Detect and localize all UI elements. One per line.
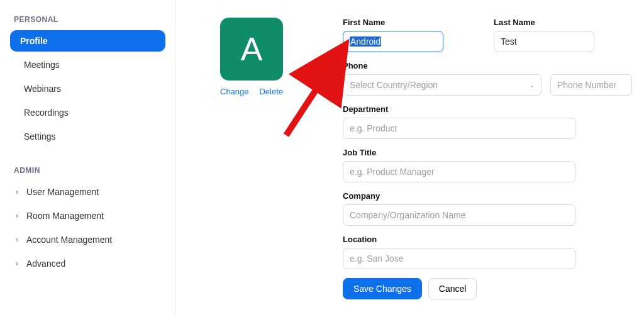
sidebar-item-user-management[interactable]: › User Management <box>10 181 165 203</box>
sidebar-item-meetings[interactable]: Meetings <box>10 54 165 75</box>
sidebar-item-label: Recordings <box>24 108 69 118</box>
company-input[interactable] <box>343 204 575 226</box>
chevron-down-icon: ⌄ <box>530 82 535 89</box>
sidebar-item-profile[interactable]: Profile <box>10 30 165 52</box>
avatar-section: A Change Delete <box>220 18 289 96</box>
phone-label: Phone <box>343 61 632 70</box>
phone-country-select[interactable]: Select Country/Region ⌄ <box>343 74 541 96</box>
last-name-input[interactable] <box>494 31 594 52</box>
chevron-right-icon: › <box>13 187 21 196</box>
avatar-delete-link[interactable]: Delete <box>259 87 283 96</box>
location-input[interactable] <box>343 248 575 269</box>
first-name-label: First Name <box>343 18 481 27</box>
last-name-field-wrap: Last Name <box>494 18 632 52</box>
department-input[interactable] <box>343 118 575 139</box>
sidebar-item-label: Profile <box>20 36 48 46</box>
sidebar-item-label: Advanced <box>26 259 65 269</box>
sidebar: PERSONAL Profile Meetings Webinars Recor… <box>0 0 176 317</box>
job-title-input[interactable] <box>343 161 575 182</box>
avatar-change-link[interactable]: Change <box>220 87 249 96</box>
first-name-value: Android <box>350 36 381 47</box>
sidebar-item-label: User Management <box>26 187 99 197</box>
sidebar-item-advanced[interactable]: › Advanced <box>10 253 165 274</box>
chevron-right-icon: › <box>13 211 21 220</box>
profile-form: First Name Android Last Name Phone Selec… <box>343 18 632 299</box>
last-name-label: Last Name <box>494 18 632 27</box>
job-title-label: Job Title <box>343 148 632 157</box>
first-name-input[interactable]: Android <box>343 31 443 52</box>
sidebar-item-account-management[interactable]: › Account Management <box>10 229 165 250</box>
sidebar-item-webinars[interactable]: Webinars <box>10 78 165 99</box>
location-label: Location <box>343 235 632 244</box>
company-label: Company <box>343 191 632 201</box>
sidebar-item-label: Settings <box>24 131 56 142</box>
first-name-field-wrap: First Name Android <box>343 18 481 52</box>
sidebar-item-room-management[interactable]: › Room Management <box>10 205 165 226</box>
cancel-button[interactable]: Cancel <box>428 278 477 299</box>
sidebar-item-recordings[interactable]: Recordings <box>10 102 165 123</box>
sidebar-heading-admin: ADMIN <box>14 166 162 175</box>
sidebar-item-label: Webinars <box>24 84 61 94</box>
svg-line-0 <box>286 44 346 135</box>
department-label: Department <box>343 104 632 114</box>
sidebar-item-label: Account Management <box>26 235 112 245</box>
sidebar-item-label: Room Management <box>26 211 104 221</box>
phone-country-placeholder: Select Country/Region <box>350 80 438 90</box>
sidebar-heading-personal: PERSONAL <box>14 15 162 24</box>
chevron-right-icon: › <box>13 259 21 268</box>
sidebar-item-label: Meetings <box>24 60 60 70</box>
avatar[interactable]: A <box>220 18 283 81</box>
save-changes-button[interactable]: Save Changes <box>343 278 422 299</box>
sidebar-item-settings[interactable]: Settings <box>10 126 165 147</box>
avatar-initial: A <box>241 30 263 68</box>
phone-number-input[interactable] <box>550 74 632 96</box>
chevron-right-icon: › <box>13 235 21 244</box>
